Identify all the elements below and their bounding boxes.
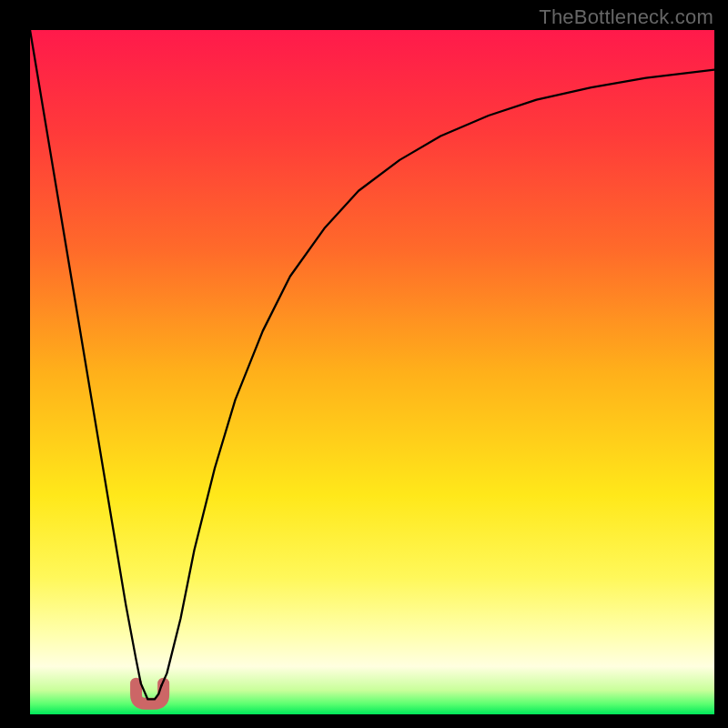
curve-layer [30, 30, 714, 714]
plot-area [30, 30, 714, 714]
chart-frame: TheBottleneck.com [0, 0, 728, 728]
watermark-text: TheBottleneck.com [539, 5, 713, 29]
